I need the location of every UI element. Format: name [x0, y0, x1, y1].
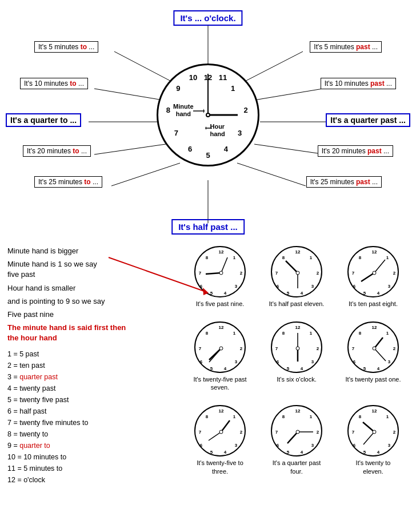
svg-text:1: 1 [310, 331, 313, 336]
mini-clock-label-7: It's twenty-five tothree. [197, 459, 243, 475]
svg-text:1: 1 [310, 255, 313, 260]
mini-clock-4: 12 1 2 3 4 5 6 7 8 It's twenty-five past… [183, 321, 257, 402]
svg-line-85 [374, 348, 386, 361]
svg-text:12: 12 [219, 408, 224, 414]
svg-text:8: 8 [282, 255, 285, 260]
svg-text:8: 8 [206, 255, 209, 260]
svg-text:4: 4 [301, 291, 303, 296]
svg-text:4: 4 [377, 366, 380, 371]
svg-text:2: 2 [240, 430, 243, 435]
svg-point-39 [296, 271, 299, 275]
mini-clock-label-6: It's twenty past one. [346, 375, 401, 383]
svg-line-10 [237, 163, 306, 186]
list-item: 7 = twenty five minutes to [7, 417, 180, 428]
mini-clocks-grid: 12 1 2 3 4 5 6 7 8 It's five pas [180, 246, 413, 486]
svg-text:4: 4 [377, 450, 380, 455]
svg-line-7 [94, 144, 166, 154]
svg-text:12: 12 [295, 325, 301, 330]
svg-line-86 [374, 338, 383, 348]
svg-text:1: 1 [233, 331, 236, 336]
label-10-to: It's 10 minutes to ... [20, 78, 88, 89]
main-clock: 12 1 2 3 4 5 6 7 8 9 10 11 Minutehand [157, 63, 259, 166]
mini-clock-label-3: It's ten past eight. [349, 300, 398, 308]
svg-text:12: 12 [219, 325, 224, 330]
svg-text:3: 3 [388, 359, 391, 364]
svg-text:5: 5 [363, 366, 366, 371]
svg-text:7: 7 [275, 346, 278, 351]
svg-line-97 [209, 432, 221, 440]
svg-point-87 [373, 347, 376, 350]
five-past-nine: Five past nine [7, 309, 180, 320]
mini-clock-9: 12 1 2 3 4 5 6 7 8 It's twenty toeleven. [336, 405, 410, 485]
svg-text:6: 6 [353, 359, 356, 364]
svg-text:1: 1 [233, 255, 236, 260]
mini-clock-3: 12 1 2 3 4 5 6 7 8 It's ten past eight. [336, 246, 410, 318]
svg-text:4: 4 [224, 450, 227, 455]
svg-text:12: 12 [295, 408, 301, 414]
svg-text:4: 4 [301, 366, 303, 371]
left-panel: Minute hand is bigger Minute hand is 1 s… [3, 246, 180, 486]
svg-text:7: 7 [352, 346, 355, 351]
svg-text:7: 7 [199, 430, 202, 435]
svg-text:3: 3 [235, 359, 238, 364]
svg-text:2: 2 [317, 271, 319, 276]
svg-text:7: 7 [199, 346, 202, 351]
svg-point-63 [219, 347, 223, 350]
svg-text:6: 6 [200, 359, 203, 364]
label-20-past: It's 20 minutes past ... [318, 145, 393, 157]
svg-text:5: 5 [210, 450, 213, 455]
svg-line-98 [221, 420, 230, 432]
list-item: 3 = quarter past [7, 371, 180, 383]
svg-text:6: 6 [353, 284, 356, 289]
svg-text:12: 12 [219, 249, 224, 255]
svg-line-50 [361, 273, 374, 281]
svg-text:5: 5 [287, 291, 290, 296]
svg-text:6: 6 [200, 284, 203, 289]
svg-line-25 [221, 257, 227, 273]
svg-text:12: 12 [372, 249, 377, 255]
svg-text:8: 8 [282, 414, 285, 419]
svg-text:7: 7 [352, 271, 355, 276]
svg-text:8: 8 [206, 331, 209, 336]
svg-text:5: 5 [210, 366, 213, 371]
label-25-to: It's 25 minutes to ... [34, 176, 102, 188]
svg-text:6: 6 [277, 359, 279, 364]
svg-text:3: 3 [311, 443, 314, 448]
svg-text:7: 7 [352, 430, 355, 435]
svg-text:5: 5 [363, 291, 366, 296]
mini-clock-2: 12 1 2 3 4 5 6 7 8 It's half past eleven… [259, 246, 334, 318]
svg-text:3: 3 [311, 284, 314, 289]
minute-bigger: Minute hand is bigger [7, 246, 180, 256]
svg-text:8: 8 [359, 331, 362, 336]
oclock-title: It's ... o'clock. [173, 10, 242, 26]
half-past-title: It's half past ... [171, 219, 245, 235]
svg-line-4 [254, 89, 323, 100]
svg-line-26 [206, 273, 221, 274]
list-item: 5 = twenty five past [7, 394, 180, 406]
svg-line-8 [254, 144, 326, 154]
svg-text:1: 1 [386, 255, 389, 260]
mini-clock-1: 12 1 2 3 4 5 6 7 8 It's five pas [183, 246, 257, 318]
svg-text:5: 5 [287, 450, 290, 455]
svg-text:4: 4 [377, 291, 380, 296]
svg-text:2: 2 [393, 346, 396, 351]
svg-point-99 [219, 430, 223, 434]
svg-text:2: 2 [393, 271, 396, 276]
number-list: 1 = 5 past 2 = ten past 3 = quarter past… [7, 348, 180, 486]
label-25-past: It's 25 minutes past ... [306, 176, 382, 188]
mini-clock-8: 12 1 2 3 4 5 6 7 8 It's a quarter pastfo… [259, 405, 334, 485]
svg-text:1: 1 [386, 414, 389, 419]
svg-text:3: 3 [388, 284, 391, 289]
svg-text:2: 2 [317, 346, 319, 351]
svg-text:2: 2 [240, 346, 243, 351]
label-5-to: It's 5 minutes to ... [34, 41, 98, 53]
svg-line-38 [286, 261, 298, 273]
svg-point-123 [373, 430, 376, 434]
svg-text:2: 2 [317, 430, 319, 435]
svg-point-111 [296, 430, 299, 434]
svg-marker-13 [203, 109, 205, 113]
svg-line-9 [111, 163, 180, 186]
list-item: 12 = o'clock [7, 474, 180, 486]
mini-clock-label-8: It's a quarter pastfour. [273, 459, 321, 475]
svg-text:12: 12 [372, 325, 377, 330]
